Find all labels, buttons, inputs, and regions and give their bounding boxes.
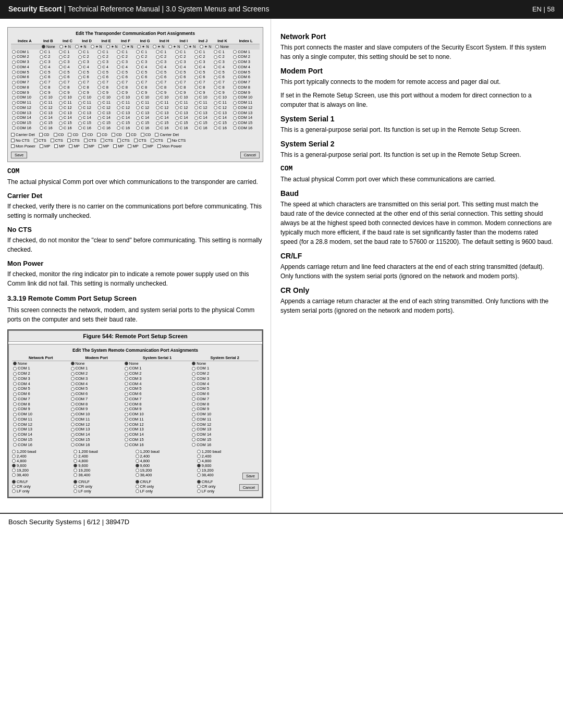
table-row: COM 4 [124, 381, 191, 387]
table-row: C 9 [213, 90, 232, 95]
modem-port-text2: If set in the Remote Setup Screen, use t… [280, 91, 554, 109]
col-ind-d: Ind D [77, 38, 96, 44]
table-row: C 8 [174, 85, 193, 90]
table-row: C 2 [116, 54, 135, 59]
table-row: COM 3 [232, 59, 260, 65]
screenshot1-cancel-button[interactable]: Cancel [240, 152, 260, 158]
col-ind-g: Ind G [135, 38, 154, 44]
table-row: COM 14 [124, 432, 191, 437]
table-row: C 3 [96, 59, 116, 65]
header-title-rest: | Technical Reference Manual | 3.0 Syste… [62, 5, 270, 13]
table-row: C 13 [116, 110, 135, 116]
table-row: C 6 [39, 75, 58, 80]
table-row: C 15 [174, 120, 193, 126]
cr-lf-heading: CR/LF [280, 252, 554, 260]
screenshot2-cancel-button[interactable]: Cancel [239, 484, 259, 491]
col-ind-c: Ind C [58, 38, 77, 44]
table-row: C 5 [155, 70, 174, 75]
table-row: C 9 [77, 90, 96, 95]
table-row: COM 1 [11, 50, 39, 55]
system-serial2-heading: System Serial 2 [280, 140, 554, 148]
modem-port-section: Modem Port This port typically connects … [280, 67, 554, 109]
table-row: COM 4 [70, 381, 124, 387]
table-row: C 10 [116, 95, 135, 100]
table-row: C 13 [135, 110, 154, 116]
table-row: COM 7 [232, 80, 260, 85]
table-row: COM 6 [70, 391, 124, 397]
table-row: C 8 [116, 85, 135, 90]
table-row: COM 14 [12, 432, 70, 437]
table-row: C 12 [39, 105, 58, 110]
table-row: C 14 [116, 115, 135, 120]
col-ind-h: Ind H [155, 38, 174, 44]
table-row: C 4 [174, 65, 193, 70]
com-section: COM The actual physical Comm port over w… [7, 167, 263, 187]
table-row: C 5 [213, 70, 232, 75]
table-row: C 5 [135, 70, 154, 75]
table-row: COM 9 [12, 406, 70, 412]
table-row: C 16 [58, 126, 77, 131]
table-row: C 7 [58, 80, 77, 85]
table-row: C 7 [77, 80, 96, 85]
table-row: C 5 [116, 70, 135, 75]
table-row: COM 10 [70, 412, 124, 417]
table-row: C 1 [96, 50, 116, 55]
remote-col-serial1: System Serial 1 [124, 355, 191, 361]
transponder-table: Index A Ind B Ind C Ind D Ind E Ind F In… [11, 38, 260, 131]
table-row: COM 10 [12, 412, 70, 417]
screenshot1-save-button[interactable]: Save [11, 152, 27, 158]
table-row: COM 13 [70, 427, 124, 432]
table-row: C 15 [135, 120, 154, 126]
table-row: C 10 [213, 95, 232, 100]
table-row: COM 7 [12, 397, 70, 402]
table-row: C 1 [77, 50, 96, 55]
table-row: C 5 [39, 70, 58, 75]
table-row: COM 16 [70, 442, 124, 448]
table-row: COM 10 [191, 412, 259, 417]
baud-col-network: 1,200 baud 2,400 4,800 9,600 19,200 38,4… [12, 449, 74, 477]
table-row: COM 1 [232, 50, 260, 55]
table-row: C 5 [58, 70, 77, 75]
screenshot-transponder: Edit The Transponder Communication Port … [7, 27, 263, 162]
table-row: COM 5 [191, 386, 259, 391]
table-row: C 1 [135, 50, 154, 55]
table-row: C 11 [193, 100, 213, 105]
table-row: COM 4 [12, 381, 70, 387]
table-row: COM 14 [11, 115, 39, 120]
cr-only-text: Appends a carriage return character at t… [280, 297, 554, 315]
col-index-a: Index A [11, 38, 39, 44]
table-row: C 2 [174, 54, 193, 59]
col-ind-k: Ind K [213, 38, 232, 44]
table-row: COM 15 [12, 437, 70, 442]
table-row: COM 11 [124, 417, 191, 422]
table-row: COM 11 [11, 100, 39, 105]
transponder-mon-power-row: Mon Power MP MP MP MP MP MP MP MP Mon Po… [11, 144, 260, 149]
table-row: C 3 [58, 59, 77, 65]
table-row: C 13 [39, 110, 58, 116]
baud-col-serial1: 1,200 baud 2,400 4,800 9,600 19,200 38,4… [136, 449, 197, 477]
table-row: C 2 [77, 54, 96, 59]
table-row: C 4 [193, 65, 213, 70]
table-row: C 6 [116, 75, 135, 80]
network-port-section: Network Port This port connects the mast… [280, 32, 554, 61]
table-row: C 4 [155, 65, 174, 70]
table-row: C 9 [39, 90, 58, 95]
table-row: C 8 [39, 85, 58, 90]
col-index-l: Index L [232, 38, 260, 44]
table-row: C 2 [96, 54, 116, 59]
baud-col-modem: 1,200 baud 2,400 4,800 9,600 19,200 38,4… [74, 449, 135, 477]
cr-options-section: CR/LF CR only LF only CR/LF CR only LF o… [12, 479, 259, 493]
cr-col-serial1: CR/LF CR only LF only [136, 479, 197, 493]
table-row: C 13 [58, 110, 77, 116]
table-row: C 6 [135, 75, 154, 80]
screenshot2-save-button[interactable]: Save [242, 473, 259, 479]
com-text: The actual physical Comm port over which… [7, 177, 263, 187]
table-row: C 16 [39, 126, 58, 131]
table-row: C 11 [96, 100, 116, 105]
table-row: COM 9 [124, 406, 191, 412]
screenshot-remote: Edit The System Remote Communication Por… [8, 344, 262, 498]
remote-none-network: None [12, 361, 70, 366]
mon-power-section: Mon Power If checked, monitor the ring i… [7, 260, 263, 288]
col-ind-f: Ind F [116, 38, 135, 44]
carrier-det-section: Carrier Det If checked, verify there is … [7, 192, 263, 220]
